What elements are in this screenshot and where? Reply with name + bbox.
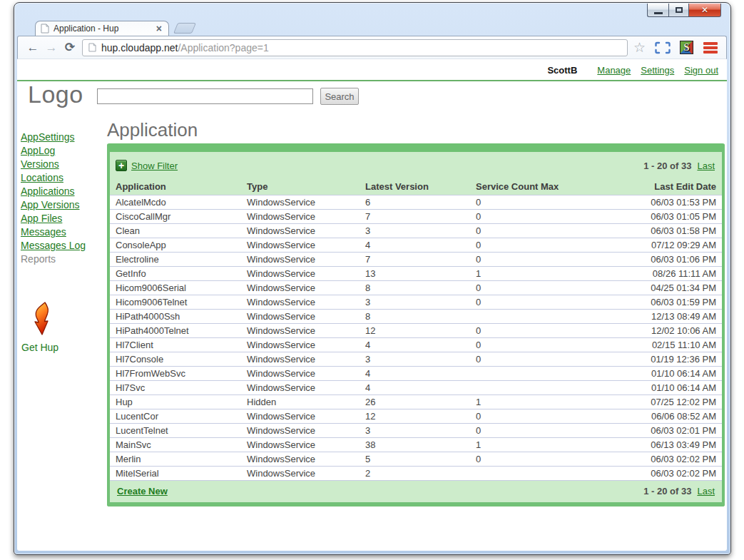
table-cell: 4 — [360, 337, 470, 352]
sidebar-link-versions[interactable]: Versions — [21, 158, 105, 171]
table-row[interactable]: Hicom9006SerialWindowsService8004/25 01:… — [110, 280, 722, 295]
table-cell: ConsoleApp — [110, 238, 241, 252]
sidebar-link-messages[interactable]: Messages — [21, 225, 105, 239]
get-hup-link[interactable]: Get Hup — [21, 342, 58, 353]
table-row[interactable]: MitelSerialWindowsService206/03 02:02 PM — [110, 466, 722, 480]
browser-menu-icon[interactable] — [703, 42, 718, 54]
get-hup-widget: Get Hup — [21, 302, 86, 353]
table-row[interactable]: ElectrolineWindowsService7006/03 01:06 P… — [110, 252, 722, 266]
url-path: /Application?page=1 — [178, 42, 268, 54]
table-cell: 6 — [360, 195, 470, 209]
s-extension-icon[interactable]: S — [680, 41, 693, 54]
table-cell: 7 — [360, 209, 470, 223]
table-cell: 02/15 11:10 AM — [606, 337, 722, 352]
table-cell: 0 — [470, 409, 606, 423]
show-filter-link[interactable]: Show Filter — [131, 161, 178, 171]
forward-icon[interactable]: → — [42, 41, 61, 55]
table-row[interactable]: Hl7SvcWindowsService401/10 06:14 AM — [110, 380, 722, 394]
table-cell: 13 — [360, 266, 470, 280]
table-cell: Hl7Svc — [110, 380, 241, 394]
table-cell: WindowsService — [241, 252, 360, 266]
table-cell: 12/02 10:06 AM — [606, 323, 722, 337]
table-cell: Hl7Client — [110, 337, 241, 352]
table-cell: 4 — [360, 238, 470, 252]
username-label: ScottB — [547, 65, 577, 76]
window-close-button[interactable]: ✕ — [689, 4, 721, 17]
table-cell: 0 — [470, 252, 606, 266]
window-minimize-button[interactable] — [647, 4, 668, 17]
application-panel: + Show Filter 1 - 20 of 33Last Applicati… — [107, 143, 725, 506]
tab-close-icon[interactable]: × — [155, 24, 163, 34]
pager-bottom: 1 - 20 of 33Last — [643, 486, 715, 497]
table-cell: 1 — [470, 437, 606, 452]
table-cell: 2 — [360, 466, 470, 480]
site-logo[interactable]: Logo — [28, 81, 83, 108]
table-row[interactable]: CiscoCallMgrWindowsService7006/03 01:05 … — [110, 209, 722, 223]
browser-tab[interactable]: Application - Hup × — [35, 21, 169, 36]
page-title: Application — [107, 119, 198, 141]
table-cell: 0 — [470, 195, 606, 209]
table-row[interactable]: LucentTelnetWindowsService3006/03 02:01 … — [110, 423, 722, 437]
table-cell: HiPath4000Ssh — [110, 309, 241, 323]
screenshot-extension-icon[interactable] — [655, 41, 671, 54]
table-cell — [470, 309, 606, 323]
column-header: Type — [241, 179, 360, 195]
table-cell: 8 — [360, 309, 470, 323]
search-input[interactable] — [97, 88, 313, 104]
sidebar-link-appsettings[interactable]: AppSettings — [21, 131, 105, 144]
table-cell: 12 — [360, 409, 470, 423]
table-row[interactable]: Hl7ConsoleWindowsService3001/19 12:36 PM — [110, 352, 722, 366]
user-link-settings[interactable]: Settings — [641, 65, 674, 76]
window-controls: ✕ — [647, 4, 721, 17]
pager-last-link[interactable]: Last — [697, 161, 715, 171]
table-cell: 06/03 02:02 PM — [606, 452, 722, 466]
table-cell: Clean — [110, 223, 241, 238]
expand-plus-icon[interactable]: + — [116, 160, 127, 171]
new-tab-button[interactable] — [173, 23, 196, 34]
table-row[interactable]: Hl7ClientWindowsService4002/15 11:10 AM — [110, 337, 722, 352]
table-cell: WindowsService — [241, 337, 360, 352]
sidebar-link-applog[interactable]: AppLog — [21, 144, 105, 158]
sidebar-link-locations[interactable]: Locations — [21, 171, 105, 185]
table-cell: 4 — [360, 366, 470, 380]
table-row[interactable]: Hl7FromWebSvcWindowsService401/10 06:14 … — [110, 366, 722, 380]
sidebar-link-applications[interactable]: Applications — [21, 185, 105, 198]
user-link-manage[interactable]: Manage — [597, 65, 631, 76]
close-icon: ✕ — [701, 5, 708, 15]
table-row[interactable]: GetInfoWindowsService13108/26 11:11 AM — [110, 266, 722, 280]
table-row[interactable]: HiPath4000TelnetWindowsService12012/02 1… — [110, 323, 722, 337]
table-row[interactable]: CleanWindowsService3006/03 01:58 PM — [110, 223, 722, 238]
table-row[interactable]: Hicom9006TelnetWindowsService3006/03 01:… — [110, 295, 722, 309]
table-cell: 06/03 01:53 PM — [606, 195, 722, 209]
table-cell: 07/12 09:29 AM — [606, 238, 722, 252]
window-maximize-button[interactable] — [668, 4, 689, 17]
pager-last-link[interactable]: Last — [697, 486, 715, 497]
refresh-icon[interactable]: ⟳ — [61, 40, 79, 55]
sidebar-link-app-versions[interactable]: App Versions — [21, 198, 105, 212]
table-row[interactable]: HiPath4000SshWindowsService812/13 08:49 … — [110, 309, 722, 323]
table-cell: WindowsService — [241, 295, 360, 309]
search-button[interactable]: Search — [320, 88, 359, 105]
table-cell: 3 — [360, 352, 470, 366]
table-cell: 0 — [470, 337, 606, 352]
table-row[interactable]: ConsoleAppWindowsService4007/12 09:29 AM — [110, 238, 722, 252]
table-cell: MitelSerial — [110, 466, 241, 480]
sidebar-link-app-files[interactable]: App Files — [21, 212, 105, 225]
table-cell: 06/06 08:52 AM — [606, 409, 722, 423]
table-cell: WindowsService — [241, 266, 360, 280]
table-row[interactable]: AlcatelMcdoWindowsService6006/03 01:53 P… — [110, 195, 722, 209]
table-row[interactable]: HupHidden26107/25 12:02 PM — [110, 394, 722, 409]
table-cell: LucentTelnet — [110, 423, 241, 437]
bookmark-star-icon[interactable]: ☆ — [633, 39, 646, 56]
table-row[interactable]: LucentCorWindowsService12006/06 08:52 AM — [110, 409, 722, 423]
table-cell: 0 — [470, 352, 606, 366]
sidebar-link-messages-log[interactable]: Messages Log — [21, 239, 105, 253]
user-link-sign-out[interactable]: Sign out — [684, 65, 718, 76]
table-row[interactable]: MerlinWindowsService5006/03 02:02 PM — [110, 452, 722, 466]
table-cell: 06/03 02:02 PM — [606, 466, 722, 480]
table-row[interactable]: MainSvcWindowsService38106/13 03:49 PM — [110, 437, 722, 452]
create-new-link[interactable]: Create New — [117, 486, 168, 497]
flame-arrow-icon[interactable] — [29, 302, 54, 336]
back-icon[interactable]: ← — [24, 41, 42, 55]
url-bar[interactable]: hup.cloudapp.net/Application?page=1 — [82, 39, 628, 56]
